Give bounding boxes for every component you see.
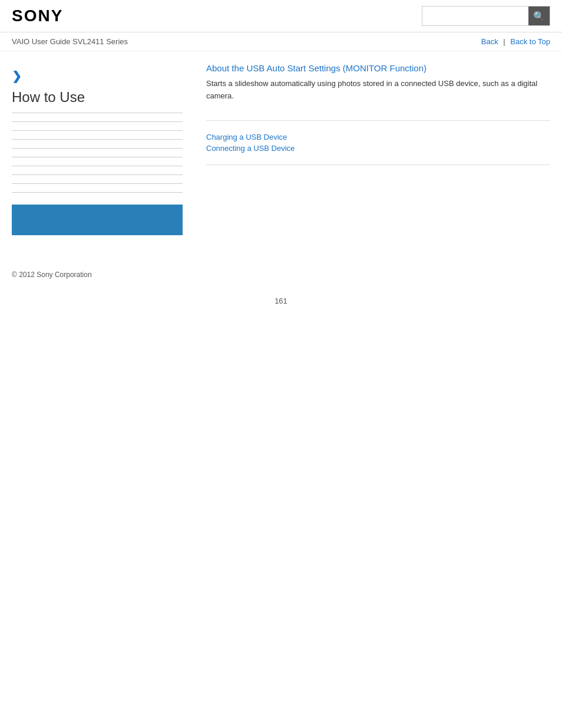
sidebar-blue-box [12,205,183,235]
sony-logo: SONY [12,6,63,25]
sidebar-divider-4 [12,148,183,149]
page-number: 161 [0,291,562,311]
back-link[interactable]: Back [481,37,498,46]
connecting-usb-link[interactable]: Connecting a USB Device [206,144,550,153]
search-bar: 🔍 [422,6,550,26]
sidebar-divider-8 [12,183,183,184]
guide-title: VAIO User Guide SVL2411 Series [12,37,128,46]
sidebar-title: How to Use [12,89,183,113]
sidebar: ❯ How to Use [12,63,194,247]
main-content: ❯ How to Use About the USB Auto Start Se… [0,51,562,259]
section-usb-auto-start: About the USB Auto Start Settings (MONIT… [206,63,550,103]
charging-usb-link[interactable]: Charging a USB Device [206,133,550,141]
sub-header: VAIO User Guide SVL2411 Series Back | Ba… [0,32,562,51]
content-divider-2 [206,164,550,165]
content-divider-1 [206,120,550,121]
sidebar-chevron: ❯ [12,69,183,83]
page-header: SONY 🔍 [0,0,562,32]
section-title-usb-auto-start[interactable]: About the USB Auto Start Settings (MONIT… [206,63,550,73]
sidebar-divider-3 [12,139,183,140]
content-area: About the USB Auto Start Settings (MONIT… [194,63,550,247]
search-icon: 🔍 [533,11,545,22]
sidebar-divider-2 [12,130,183,131]
sidebar-divider-7 [12,174,183,175]
sidebar-divider-1 [12,121,183,122]
nav-links: Back | Back to Top [481,37,550,46]
nav-separator: | [503,37,505,46]
search-button[interactable]: 🔍 [528,6,550,25]
sidebar-divider-6 [12,166,183,166]
section-usb-links: Charging a USB Device Connecting a USB D… [206,133,550,153]
sidebar-divider-9 [12,192,183,193]
footer: © 2012 Sony Corporation [0,259,562,291]
search-input[interactable] [422,6,528,25]
copyright-text: © 2012 Sony Corporation [12,271,92,279]
back-to-top-link[interactable]: Back to Top [510,37,550,46]
section-description-usb-auto-start: Starts a slideshow automatically using p… [206,78,550,103]
sidebar-divider-5 [12,157,183,157]
